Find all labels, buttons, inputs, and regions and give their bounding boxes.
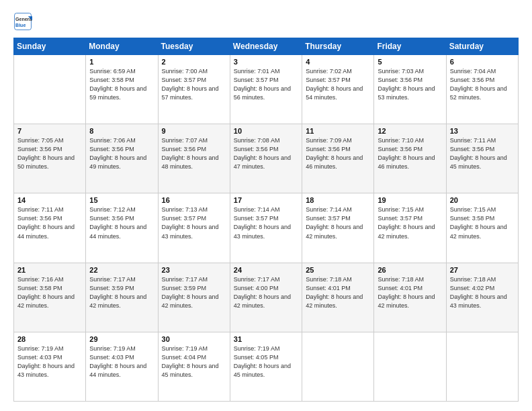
day-detail: Sunrise: 7:00 AMSunset: 3:57 PMDaylight:… — [162, 67, 226, 102]
day-number: 8 — [89, 127, 154, 135]
calendar-cell: 17 Sunrise: 7:14 AMSunset: 3:57 PMDaylig… — [230, 193, 302, 263]
day-detail: Sunrise: 7:03 AMSunset: 3:56 PMDaylight:… — [378, 67, 442, 102]
calendar-table: SundayMondayTuesdayWednesdayThursdayFrid… — [13, 38, 519, 402]
day-number: 23 — [162, 266, 226, 274]
logo-icon: General Blue — [13, 12, 32, 31]
day-detail: Sunrise: 7:11 AMSunset: 3:56 PMDaylight:… — [450, 136, 515, 171]
day-detail: Sunrise: 7:18 AMSunset: 4:01 PMDaylight:… — [378, 275, 442, 310]
calendar-week-row: 28 Sunrise: 7:19 AMSunset: 4:03 PMDaylig… — [14, 332, 519, 401]
calendar-cell: 18 Sunrise: 7:14 AMSunset: 3:57 PMDaylig… — [302, 193, 374, 263]
day-number: 5 — [378, 58, 442, 66]
weekday-header-saturday: Saturday — [446, 38, 518, 55]
day-number: 19 — [378, 196, 442, 204]
weekday-header-thursday: Thursday — [302, 38, 374, 55]
calendar-cell: 11 Sunrise: 7:09 AMSunset: 3:56 PMDaylig… — [302, 124, 374, 193]
calendar-cell — [446, 332, 518, 401]
day-number: 1 — [89, 58, 154, 66]
day-number: 2 — [162, 58, 226, 66]
day-number: 25 — [306, 266, 370, 274]
calendar-cell — [302, 332, 374, 401]
day-detail: Sunrise: 7:17 AMSunset: 3:59 PMDaylight:… — [89, 275, 154, 310]
calendar-cell: 28 Sunrise: 7:19 AMSunset: 4:03 PMDaylig… — [14, 332, 86, 401]
day-number: 29 — [89, 335, 154, 343]
day-detail: Sunrise: 7:19 AMSunset: 4:03 PMDaylight:… — [17, 345, 82, 379]
calendar-cell: 30 Sunrise: 7:19 AMSunset: 4:04 PMDaylig… — [158, 332, 230, 401]
day-number: 24 — [234, 266, 298, 274]
calendar-cell: 2 Sunrise: 7:00 AMSunset: 3:57 PMDayligh… — [158, 55, 230, 124]
calendar-cell: 20 Sunrise: 7:15 AMSunset: 3:58 PMDaylig… — [446, 193, 518, 263]
day-detail: Sunrise: 7:09 AMSunset: 3:56 PMDaylight:… — [306, 136, 370, 171]
calendar-cell: 9 Sunrise: 7:07 AMSunset: 3:56 PMDayligh… — [158, 124, 230, 193]
day-number: 16 — [162, 196, 226, 204]
calendar-cell: 13 Sunrise: 7:11 AMSunset: 3:56 PMDaylig… — [446, 124, 518, 193]
day-detail: Sunrise: 7:15 AMSunset: 3:58 PMDaylight:… — [450, 205, 515, 240]
day-number: 13 — [450, 127, 515, 135]
calendar-page: General Blue SundayMondayTuesdayWednesda… — [0, 0, 532, 411]
day-number: 6 — [450, 58, 515, 66]
calendar-cell: 6 Sunrise: 7:04 AMSunset: 3:56 PMDayligh… — [446, 55, 518, 124]
day-detail: Sunrise: 7:13 AMSunset: 3:57 PMDaylight:… — [162, 205, 226, 240]
calendar-cell: 5 Sunrise: 7:03 AMSunset: 3:56 PMDayligh… — [374, 55, 446, 124]
day-number: 31 — [234, 335, 298, 343]
day-detail: Sunrise: 7:19 AMSunset: 4:04 PMDaylight:… — [162, 345, 226, 379]
day-number: 12 — [378, 127, 442, 135]
weekday-header-tuesday: Tuesday — [158, 38, 230, 55]
day-number: 10 — [234, 127, 298, 135]
day-detail: Sunrise: 7:18 AMSunset: 4:02 PMDaylight:… — [450, 275, 515, 310]
calendar-cell: 23 Sunrise: 7:17 AMSunset: 3:59 PMDaylig… — [158, 263, 230, 332]
calendar-cell: 14 Sunrise: 7:11 AMSunset: 3:56 PMDaylig… — [14, 193, 86, 263]
calendar-cell: 4 Sunrise: 7:02 AMSunset: 3:57 PMDayligh… — [302, 55, 374, 124]
calendar-week-row: 1 Sunrise: 6:59 AMSunset: 3:58 PMDayligh… — [14, 55, 519, 124]
weekday-header-wednesday: Wednesday — [230, 38, 302, 55]
day-detail: Sunrise: 7:04 AMSunset: 3:56 PMDaylight:… — [450, 67, 515, 102]
weekday-header-row: SundayMondayTuesdayWednesdayThursdayFrid… — [14, 38, 519, 55]
day-detail: Sunrise: 7:16 AMSunset: 3:58 PMDaylight:… — [17, 275, 82, 310]
calendar-cell: 15 Sunrise: 7:12 AMSunset: 3:56 PMDaylig… — [86, 193, 158, 263]
day-number: 3 — [234, 58, 298, 66]
day-detail: Sunrise: 7:01 AMSunset: 3:57 PMDaylight:… — [234, 67, 298, 102]
day-number: 7 — [17, 127, 82, 135]
calendar-week-row: 14 Sunrise: 7:11 AMSunset: 3:56 PMDaylig… — [14, 193, 519, 263]
day-detail: Sunrise: 7:19 AMSunset: 4:05 PMDaylight:… — [234, 345, 298, 379]
weekday-header-monday: Monday — [86, 38, 158, 55]
day-number: 15 — [89, 196, 154, 204]
day-number: 21 — [17, 266, 82, 274]
calendar-cell: 21 Sunrise: 7:16 AMSunset: 3:58 PMDaylig… — [14, 263, 86, 332]
calendar-week-row: 21 Sunrise: 7:16 AMSunset: 3:58 PMDaylig… — [14, 263, 519, 332]
calendar-cell: 3 Sunrise: 7:01 AMSunset: 3:57 PMDayligh… — [230, 55, 302, 124]
day-detail: Sunrise: 7:15 AMSunset: 3:57 PMDaylight:… — [378, 205, 442, 240]
calendar-cell — [14, 55, 86, 124]
calendar-cell: 27 Sunrise: 7:18 AMSunset: 4:02 PMDaylig… — [446, 263, 518, 332]
day-detail: Sunrise: 7:19 AMSunset: 4:03 PMDaylight:… — [89, 345, 154, 379]
day-number: 20 — [450, 196, 515, 204]
calendar-cell: 8 Sunrise: 7:06 AMSunset: 3:56 PMDayligh… — [86, 124, 158, 193]
calendar-cell: 19 Sunrise: 7:15 AMSunset: 3:57 PMDaylig… — [374, 193, 446, 263]
calendar-cell: 1 Sunrise: 6:59 AMSunset: 3:58 PMDayligh… — [86, 55, 158, 124]
day-detail: Sunrise: 6:59 AMSunset: 3:58 PMDaylight:… — [89, 67, 154, 102]
day-number: 4 — [306, 58, 370, 66]
day-detail: Sunrise: 7:05 AMSunset: 3:56 PMDaylight:… — [17, 136, 82, 171]
logo: General Blue — [13, 12, 34, 31]
day-number: 17 — [234, 196, 298, 204]
calendar-cell: 29 Sunrise: 7:19 AMSunset: 4:03 PMDaylig… — [86, 332, 158, 401]
weekday-header-friday: Friday — [374, 38, 446, 55]
day-detail: Sunrise: 7:10 AMSunset: 3:56 PMDaylight:… — [378, 136, 442, 171]
day-detail: Sunrise: 7:11 AMSunset: 3:56 PMDaylight:… — [17, 205, 82, 240]
day-detail: Sunrise: 7:17 AMSunset: 3:59 PMDaylight:… — [162, 275, 226, 310]
calendar-cell — [374, 332, 446, 401]
day-detail: Sunrise: 7:12 AMSunset: 3:56 PMDaylight:… — [89, 205, 154, 240]
day-number: 27 — [450, 266, 515, 274]
day-number: 30 — [162, 335, 226, 343]
day-number: 26 — [378, 266, 442, 274]
day-number: 9 — [162, 127, 226, 135]
page-header: General Blue — [13, 12, 519, 31]
day-detail: Sunrise: 7:18 AMSunset: 4:01 PMDaylight:… — [306, 275, 370, 310]
day-detail: Sunrise: 7:07 AMSunset: 3:56 PMDaylight:… — [162, 136, 226, 171]
day-number: 11 — [306, 127, 370, 135]
day-detail: Sunrise: 7:06 AMSunset: 3:56 PMDaylight:… — [89, 136, 154, 171]
day-detail: Sunrise: 7:14 AMSunset: 3:57 PMDaylight:… — [306, 205, 370, 240]
day-detail: Sunrise: 7:14 AMSunset: 3:57 PMDaylight:… — [234, 205, 298, 240]
calendar-cell: 22 Sunrise: 7:17 AMSunset: 3:59 PMDaylig… — [86, 263, 158, 332]
day-number: 28 — [17, 335, 82, 343]
weekday-header-sunday: Sunday — [14, 38, 86, 55]
